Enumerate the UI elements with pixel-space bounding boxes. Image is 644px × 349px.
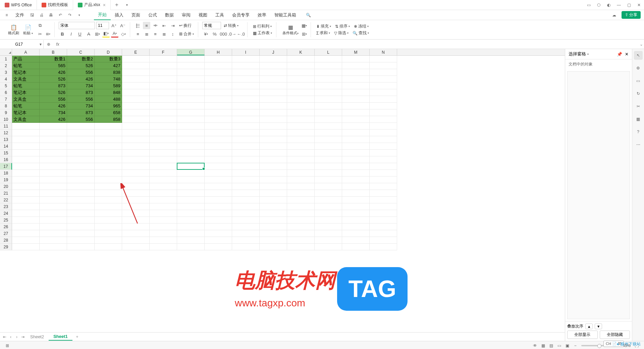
cell-G9[interactable]	[177, 109, 205, 116]
cell-K9[interactable]	[287, 109, 315, 116]
cell-K5[interactable]	[287, 83, 315, 89]
cell-C19[interactable]	[67, 177, 95, 183]
cell-N25[interactable]	[370, 217, 397, 223]
cell-E17[interactable]	[122, 163, 150, 170]
cell-G5[interactable]	[177, 83, 205, 89]
cell-M25[interactable]	[342, 217, 370, 223]
row-header-13[interactable]: 13	[0, 136, 12, 143]
cell-E19[interactable]	[122, 177, 150, 183]
cell-B2[interactable]: 565	[40, 62, 67, 69]
cell-J26[interactable]	[260, 223, 287, 230]
cell-M27[interactable]	[342, 230, 370, 237]
cell-D11[interactable]	[95, 123, 122, 130]
cell-I3[interactable]	[232, 69, 260, 76]
cell-L22[interactable]	[315, 197, 342, 203]
align-center-icon[interactable]: ≣	[143, 30, 150, 38]
cell-G12[interactable]	[177, 130, 205, 136]
cell-C14[interactable]	[67, 143, 95, 150]
cell-N12[interactable]	[370, 130, 397, 136]
decrease-font-icon[interactable]: A⁻	[119, 22, 126, 29]
cell-C22[interactable]	[67, 197, 95, 203]
cell-H13[interactable]	[205, 136, 232, 143]
cell-A5[interactable]: 铅笔	[12, 83, 40, 89]
cell-H19[interactable]	[205, 177, 232, 183]
cell-D7[interactable]: 488	[95, 96, 122, 103]
cell-L23[interactable]	[315, 203, 342, 210]
col-header-G[interactable]: G	[177, 49, 205, 55]
cell-H17[interactable]	[205, 163, 232, 170]
rail-refresh-icon[interactable]: ↻	[634, 89, 643, 98]
cell-A10[interactable]: 文具盒	[12, 116, 40, 123]
cell-B7[interactable]: 556	[40, 96, 67, 103]
cell-E29[interactable]	[122, 244, 150, 250]
cell-G27[interactable]	[177, 230, 205, 237]
cell-N1[interactable]	[370, 56, 397, 62]
cell-M13[interactable]	[342, 136, 370, 143]
cell-G6[interactable]	[177, 89, 205, 96]
cell-C1[interactable]: 数量2	[67, 56, 95, 62]
row-header-23[interactable]: 23	[0, 203, 12, 210]
file-menu[interactable]: 文件	[12, 12, 28, 18]
cell-G1[interactable]	[177, 56, 205, 62]
formula-input[interactable]	[62, 40, 639, 49]
cell-D12[interactable]	[95, 130, 122, 136]
cell-I8[interactable]	[232, 103, 260, 109]
cell-L17[interactable]	[315, 163, 342, 170]
cell-K11[interactable]	[287, 123, 315, 130]
search-icon[interactable]: 🔍	[304, 11, 312, 19]
menu-tab-审阅[interactable]: 审阅	[178, 10, 195, 20]
cell-H11[interactable]	[205, 123, 232, 130]
increase-font-icon[interactable]: A⁺	[110, 22, 118, 29]
rail-table-icon[interactable]: ▦	[634, 115, 643, 123]
cell-L13[interactable]	[315, 136, 342, 143]
cell-K28[interactable]	[287, 237, 315, 244]
cell-A6[interactable]: 笔记本	[12, 89, 40, 96]
cell-B13[interactable]	[40, 136, 67, 143]
cell-K17[interactable]	[287, 163, 315, 170]
col-header-D[interactable]: D	[95, 49, 122, 55]
cell-D6[interactable]: 848	[95, 89, 122, 96]
cell-N23[interactable]	[370, 203, 397, 210]
cell-G20[interactable]	[177, 183, 205, 190]
cell-N18[interactable]	[370, 170, 397, 177]
eye-icon[interactable]: 👁	[531, 342, 539, 349]
fullscreen-icon[interactable]: ⛶	[633, 342, 641, 349]
menu-tab-插入[interactable]: 插入	[111, 10, 127, 20]
cell-K25[interactable]	[287, 217, 315, 223]
cell-B16[interactable]	[40, 156, 67, 163]
cell-E24[interactable]	[122, 210, 150, 217]
cell-I4[interactable]	[232, 76, 260, 83]
cell-A15[interactable]	[12, 150, 40, 156]
menu-tab-会员专享[interactable]: 会员专享	[228, 10, 254, 20]
cell-A1[interactable]: 产品	[12, 56, 40, 62]
col-header-C[interactable]: C	[67, 49, 95, 55]
paste-button[interactable]: 📄粘贴 ▾	[21, 23, 35, 36]
cell-C26[interactable]	[67, 223, 95, 230]
name-box-dropdown[interactable]: ▾	[38, 42, 43, 47]
cell-K18[interactable]	[287, 170, 315, 177]
cell-G26[interactable]	[177, 223, 205, 230]
align-top-icon[interactable]: ⬱	[134, 22, 142, 29]
avatar-icon[interactable]: ◐	[604, 0, 614, 10]
cell-I24[interactable]	[232, 210, 260, 217]
row-header-19[interactable]: 19	[0, 177, 12, 183]
view-normal-icon[interactable]: ▤	[547, 342, 555, 349]
cell-J25[interactable]	[260, 217, 287, 223]
cell-K21[interactable]	[287, 190, 315, 197]
cell-I27[interactable]	[232, 230, 260, 237]
cell-I18[interactable]	[232, 170, 260, 177]
cell-F1[interactable]	[150, 56, 177, 62]
share-button[interactable]: ⇪ 分享	[622, 11, 641, 19]
cell-J29[interactable]	[260, 244, 287, 250]
cell-F24[interactable]	[150, 210, 177, 217]
cell-E20[interactable]	[122, 183, 150, 190]
cloud-icon[interactable]: ☁	[610, 11, 618, 19]
cell-C18[interactable]	[67, 170, 95, 177]
cond-format-button[interactable]: ▦条件格式▾	[280, 23, 301, 36]
row-header-15[interactable]: 15	[0, 150, 12, 156]
cell-K2[interactable]	[287, 62, 315, 69]
row-header-14[interactable]: 14	[0, 143, 12, 150]
row-header-21[interactable]: 21	[0, 190, 12, 197]
cell-styles-icon[interactable]: ▦▾	[301, 22, 308, 29]
view-page-icon[interactable]: ▭	[555, 342, 563, 349]
